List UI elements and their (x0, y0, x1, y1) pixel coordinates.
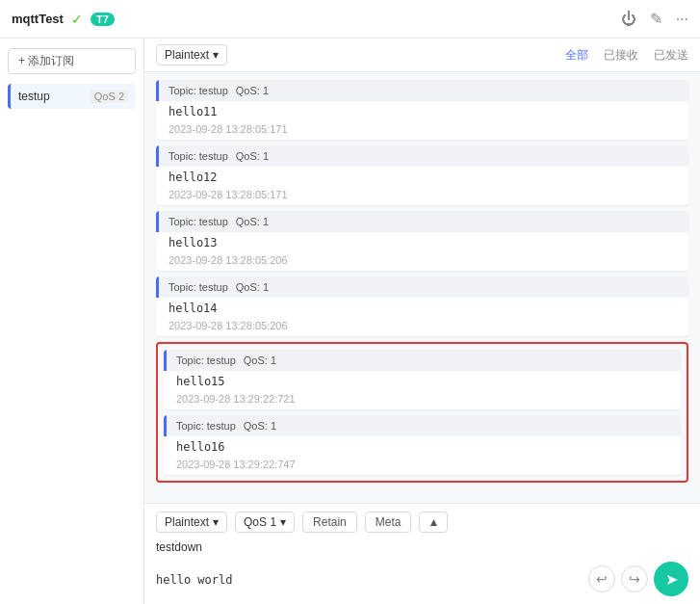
message-time: 2023-09-28 13:28:05:206 (156, 252, 688, 271)
message-body: hello14 (156, 298, 688, 318)
compose-qos-label: QoS 1 (244, 515, 276, 529)
undo-icon: ↩ (596, 571, 608, 587)
compose-body-input[interactable]: hello world (156, 573, 581, 596)
message-card: Topic: testup QoS: 1 hello12 2023-09-28 … (156, 145, 688, 205)
top-bar-right: ⏻ ✎ ··· (621, 10, 688, 28)
format-select-label: Plaintext (165, 48, 209, 62)
message-body: hello12 (156, 167, 688, 187)
message-body: hello16 (164, 436, 681, 457)
format-select[interactable]: Plaintext ▾ (156, 44, 227, 66)
message-topic-label: Topic: testup (169, 281, 228, 293)
message-card-header: Topic: testup QoS: 1 (164, 350, 681, 371)
message-topic-label: Topic: testup (169, 216, 228, 227)
message-qos: QoS: 1 (236, 216, 269, 227)
meta-label: Meta (376, 515, 402, 529)
message-card-header: Topic: testup QoS: 1 (164, 415, 681, 436)
send-icon: ➤ (665, 570, 678, 589)
message-topic-label: Topic: testup (169, 150, 228, 162)
message-body: hello13 (156, 232, 688, 252)
sidebar: + 添加订阅 testup QoS 2 (0, 39, 144, 604)
sidebar-item-testup[interactable]: testup QoS 2 (8, 84, 136, 109)
message-filter: 全部 已接收 已发送 (565, 47, 688, 64)
message-time: 2023-09-28 13:29:22:747 (164, 457, 681, 475)
compose-topic-value: testdown (156, 540, 202, 554)
edit-icon[interactable]: ✎ (650, 10, 662, 28)
message-qos: QoS: 1 (236, 85, 269, 96)
content-area: Plaintext ▾ 全部 已接收 已发送 Topic: testup QoS… (144, 39, 700, 604)
filter-received[interactable]: 已接收 (604, 47, 638, 64)
redo-button[interactable]: ↪ (621, 565, 648, 592)
power-icon[interactable]: ⏻ (621, 11, 636, 28)
add-subscription-label: + 添加订阅 (18, 53, 74, 69)
check-icon: ✓ (71, 12, 83, 27)
message-time: 2023-09-28 13:29:22:721 (164, 391, 681, 409)
compose-area: Plaintext ▾ QoS 1 ▾ Retain Meta ▲ tes (144, 503, 700, 604)
compose-format-label: Plaintext (165, 515, 209, 529)
message-body: hello11 (156, 101, 688, 121)
sidebar-item-name: testup (18, 90, 50, 103)
message-card-highlighted: Topic: testup QoS: 1 hello16 2023-09-28 … (164, 415, 681, 475)
message-card-header: Topic: testup QoS: 1 (156, 211, 688, 232)
more-icon[interactable]: ··· (676, 11, 688, 28)
message-time: 2023-09-28 13:28:05:171 (156, 121, 688, 140)
message-qos: QoS: 1 (244, 420, 276, 432)
message-time: 2023-09-28 13:28:05:171 (156, 187, 688, 205)
filter-all[interactable]: 全部 (565, 47, 588, 64)
message-topic-label: Topic: testup (176, 355, 236, 366)
highlight-box: Topic: testup QoS: 1 hello15 2023-09-28 … (156, 342, 688, 483)
compose-qos-chevron: ▾ (280, 515, 286, 529)
compose-format-chevron: ▾ (213, 515, 219, 529)
message-card: Topic: testup QoS: 1 hello11 2023-09-28 … (156, 80, 688, 140)
message-card-highlighted: Topic: testup QoS: 1 hello15 2023-09-28 … (164, 350, 681, 409)
message-card-header: Topic: testup QoS: 1 (156, 80, 688, 101)
message-topic-label: Topic: testup (176, 420, 236, 432)
top-bar-left: mqttTest ✓ T7 (12, 12, 115, 27)
message-qos: QoS: 1 (236, 281, 269, 293)
retain-button[interactable]: Retain (302, 512, 357, 533)
sidebar-item-qos: QoS 2 (91, 90, 128, 103)
compose-actions: ↩ ↪ ➤ (588, 562, 688, 596)
redo-icon: ↪ (629, 571, 640, 587)
message-qos: QoS: 1 (236, 150, 269, 162)
message-card: Topic: testup QoS: 1 hello13 2023-09-28 … (156, 211, 688, 271)
compose-qos-select[interactable]: QoS 1 ▾ (235, 512, 295, 533)
undo-button[interactable]: ↩ (588, 565, 615, 592)
meta-button[interactable]: Meta (365, 512, 412, 533)
format-chevron-icon: ▾ (213, 48, 219, 62)
add-subscription-button[interactable]: + 添加订阅 (8, 48, 136, 74)
send-button[interactable]: ➤ (654, 562, 688, 596)
app-title: mqttTest (12, 12, 64, 26)
filter-sent[interactable]: 已发送 (654, 47, 688, 64)
message-qos: QoS: 1 (244, 355, 276, 366)
compose-format-select[interactable]: Plaintext ▾ (156, 512, 227, 533)
message-list: Topic: testup QoS: 1 hello11 2023-09-28 … (144, 72, 700, 503)
compose-topic: testdown (156, 538, 688, 556)
message-topic-label: Topic: testup (169, 85, 228, 96)
retain-label: Retain (313, 515, 347, 529)
collapse-button[interactable]: ▲ (419, 512, 448, 533)
message-body: hello15 (164, 371, 681, 391)
message-time: 2023-09-28 13:28:05:206 (156, 318, 688, 336)
compose-toolbar: Plaintext ▾ QoS 1 ▾ Retain Meta ▲ (156, 512, 688, 533)
message-card-header: Topic: testup QoS: 1 (156, 145, 688, 167)
compose-body-row: hello world ↩ ↪ ➤ (156, 562, 688, 596)
message-header: Plaintext ▾ 全部 已接收 已发送 (144, 39, 700, 72)
message-card: Topic: testup QoS: 1 hello14 2023-09-28 … (156, 276, 688, 336)
top-bar: mqttTest ✓ T7 ⏻ ✎ ··· (0, 0, 700, 39)
collapse-icon: ▲ (428, 515, 439, 529)
main-layout: + 添加订阅 testup QoS 2 Plaintext ▾ 全部 已接收 已… (0, 39, 700, 604)
message-card-header: Topic: testup QoS: 1 (156, 276, 688, 298)
version-badge: T7 (91, 13, 115, 26)
